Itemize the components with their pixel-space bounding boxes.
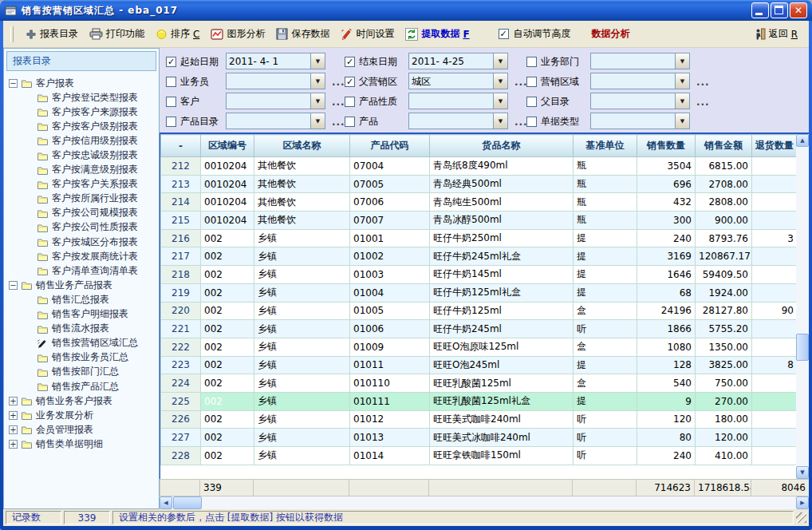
table-cell[interactable]: 01014 — [350, 447, 430, 465]
expand-icon[interactable]: + — [9, 411, 18, 420]
table-cell[interactable]: 002 — [201, 429, 254, 447]
table-cell[interactable]: 80 — [637, 429, 696, 447]
extract-data-button[interactable]: 提取数据F — [400, 25, 474, 43]
table-cell[interactable]: 002 — [201, 392, 254, 410]
tree-item[interactable]: 客户按客户级别报表 — [4, 119, 159, 133]
row-number-cell[interactable]: 223 — [161, 356, 201, 374]
filter-checkbox-r4c2[interactable] — [345, 117, 355, 127]
chart-analysis-button[interactable]: 图形分析 — [206, 25, 270, 43]
vertical-scrollbar[interactable]: ▲ ▼ — [796, 134, 809, 479]
more-button[interactable]: ... — [696, 77, 710, 88]
return-button[interactable]: 返回R — [750, 25, 802, 43]
row-number-cell[interactable]: 225 — [161, 392, 201, 410]
filter-checkbox-r2c2[interactable] — [345, 77, 355, 87]
sort-button[interactable]: 排序C — [151, 25, 204, 43]
table-cell[interactable]: 瓶 — [574, 212, 637, 230]
row-number-cell[interactable]: 217 — [161, 247, 201, 266]
table-cell[interactable] — [752, 320, 797, 338]
row-number-cell[interactable]: 216 — [161, 229, 201, 247]
table-cell[interactable]: 540 — [637, 374, 696, 393]
dropdown-arrow-icon[interactable]: ▼ — [675, 93, 689, 109]
table-cell[interactable]: 乡镇 — [254, 447, 350, 465]
dropdown-arrow-icon[interactable]: ▼ — [493, 53, 507, 69]
table-cell[interactable]: 乡镇 — [254, 229, 350, 247]
table-cell[interactable]: 其他餐饮 — [254, 212, 350, 230]
filter-select-r1c2[interactable]: 2011- 4-25▼ — [408, 53, 508, 69]
collapse-icon[interactable]: − — [9, 281, 18, 290]
filter-checkbox-r1c2[interactable] — [345, 57, 355, 67]
dropdown-arrow-icon[interactable]: ▼ — [493, 113, 507, 129]
table-cell[interactable]: 旺仔牛奶250ml — [430, 229, 574, 247]
table-cell[interactable]: 120867.17 — [696, 247, 752, 266]
table-cell[interactable]: 002 — [201, 356, 254, 374]
filter-select-r2c3[interactable]: ▼ — [590, 73, 690, 89]
column-header[interactable]: 货品名称 — [430, 135, 574, 157]
table-cell[interactable]: 07007 — [350, 212, 430, 230]
table-cell[interactable]: 听 — [574, 410, 637, 429]
table-cell[interactable]: 2808.00 — [696, 193, 752, 212]
table-cell[interactable]: 乡镇 — [254, 410, 350, 429]
minimize-button[interactable] — [751, 2, 769, 18]
table-cell[interactable]: 乡镇 — [254, 302, 350, 320]
dropdown-arrow-icon[interactable]: ▼ — [310, 113, 325, 129]
data-analysis-button[interactable]: 数据分析 — [592, 27, 630, 41]
filter-checkbox-r1c3[interactable] — [526, 57, 537, 67]
table-cell[interactable]: 59409.50 — [696, 266, 752, 284]
table-cell[interactable]: 002 — [201, 410, 254, 429]
save-data-button[interactable]: 保存数据 — [271, 25, 334, 43]
table-cell[interactable]: 002 — [201, 338, 254, 356]
table-cell[interactable]: 01009 — [350, 338, 430, 356]
table-cell[interactable]: 07004 — [350, 157, 430, 176]
filter-select-r2c1[interactable]: ▼ — [226, 73, 325, 89]
row-number-cell[interactable]: 220 — [161, 302, 201, 320]
horizontal-scrollbar-thumb[interactable] — [173, 496, 202, 509]
column-header[interactable]: 产品代码 — [350, 135, 430, 157]
table-cell[interactable]: 120.00 — [696, 429, 752, 447]
tree-item[interactable]: 销售流水报表 — [4, 322, 159, 336]
column-header[interactable]: 基准单位 — [574, 135, 637, 157]
table-cell[interactable] — [752, 392, 797, 410]
table-cell[interactable]: 002 — [201, 283, 254, 302]
expand-icon[interactable]: + — [9, 397, 18, 405]
table-cell[interactable]: 旺旺O泡245ml — [430, 356, 574, 374]
table-cell[interactable]: 其他餐饮 — [254, 157, 350, 176]
resize-grip[interactable] — [796, 512, 806, 523]
table-cell[interactable]: 07006 — [350, 193, 430, 212]
table-cell[interactable] — [752, 175, 797, 193]
table-cell[interactable]: 瓶 — [574, 175, 637, 193]
dropdown-arrow-icon[interactable]: ▼ — [310, 53, 325, 69]
tree-item[interactable]: 客户按公司规模报表 — [4, 206, 159, 220]
filter-checkbox-r3c3[interactable] — [526, 97, 537, 107]
table-cell[interactable]: 002 — [201, 447, 254, 465]
table-cell[interactable]: 0010204 — [201, 212, 254, 230]
table-cell[interactable]: 432 — [637, 193, 696, 212]
tree-item[interactable]: 客户按忠诚级别报表 — [4, 148, 159, 162]
table-cell[interactable]: 乡镇 — [254, 356, 350, 374]
filter-select-r3c2[interactable]: ▼ — [408, 93, 508, 109]
tree-item[interactable]: 销售客户明细报表 — [4, 307, 159, 322]
table-cell[interactable] — [752, 283, 797, 302]
table-cell[interactable]: 24196 — [637, 302, 696, 320]
table-cell[interactable]: 乡镇 — [254, 338, 350, 356]
table-cell[interactable]: 900.00 — [696, 212, 752, 230]
table-cell[interactable]: 青岛纯生500ml — [430, 193, 574, 212]
table-cell[interactable]: 010111 — [350, 392, 430, 410]
filter-checkbox-r3c2[interactable] — [345, 97, 355, 107]
filter-select-r1c3[interactable]: ▼ — [590, 53, 690, 69]
table-cell[interactable]: 1924.00 — [696, 283, 752, 302]
table-cell[interactable]: 01001 — [350, 229, 430, 247]
dropdown-arrow-icon[interactable]: ▼ — [675, 53, 689, 69]
dropdown-arrow-icon[interactable]: ▼ — [493, 73, 507, 89]
collapse-icon[interactable]: − — [9, 79, 18, 88]
toolbar-grip[interactable] — [10, 26, 14, 42]
table-cell[interactable] — [752, 338, 797, 356]
table-cell[interactable]: 410.00 — [696, 447, 752, 465]
table-cell[interactable]: 002 — [201, 374, 254, 393]
table-cell[interactable] — [752, 193, 797, 212]
table-cell[interactable]: 750.00 — [696, 374, 752, 393]
row-number-cell[interactable]: 212 — [161, 157, 201, 176]
horizontal-scrollbar[interactable]: ◀ ▶ — [160, 496, 809, 509]
table-cell[interactable]: 旺旺美式冰咖啡240ml — [430, 429, 574, 447]
table-cell[interactable]: 1646 — [637, 266, 696, 284]
filter-checkbox-r4c3[interactable] — [526, 117, 537, 127]
